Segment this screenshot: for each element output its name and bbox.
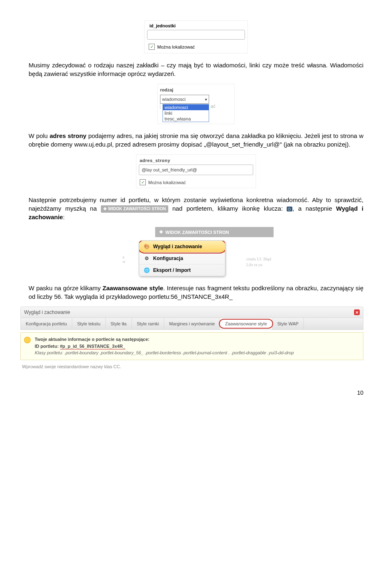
form-id-jednostki: id_jednostki ✓ Można lokalizować — [144, 20, 248, 53]
select-rodzaj[interactable]: wiadomosci ▾ — [160, 95, 209, 104]
tab-style-ramki[interactable]: Style ramki — [132, 318, 164, 329]
figure-adres-strony: adres_strony @lay out_set_friendly_url@ … — [29, 154, 363, 188]
input-adres-strony[interactable]: @lay out_set_friendly_url@ — [139, 165, 253, 175]
panel-titlebar: Wygląd i zachowanie ✕ — [20, 307, 363, 318]
tab-style-tla[interactable]: Style tła — [106, 318, 132, 329]
form-rodzaj: rodzaj wiadomosci ▾ [ wiadomosci linki t… — [157, 84, 235, 124]
background-text: aw — [122, 255, 125, 264]
menu-item-eksport-import[interactable]: 🌐 Eksport / Import — [139, 265, 225, 276]
label-rodzaj: rodzaj — [159, 86, 233, 94]
paragraph-4: W pasku na górze klikamy Zaawansowane st… — [29, 284, 363, 301]
page-number: 10 — [29, 377, 363, 396]
select-value: wiadomosci — [162, 97, 185, 102]
background-text: ortalu UJ. Błąd Life ra yu — [246, 256, 271, 268]
option-linki[interactable]: linki — [163, 110, 209, 116]
gear-icon: ⚙ — [143, 255, 150, 262]
wrench-icon — [287, 207, 292, 211]
context-menu: 🎨 Wygląd i zachowanie ⚙ Konfiguracja 🌐 E… — [139, 240, 225, 276]
paragraph-1: Musimy zdecydować o rodzaju naszej zakła… — [29, 61, 363, 78]
portlet-classes-text: Klasy portletu: .portlet-boundary .portl… — [35, 349, 358, 356]
label-id-jednostki: id_jednostki — [147, 23, 245, 28]
partial-text: ać — [211, 104, 216, 109]
dropdown-rodzaj[interactable]: wiadomosci linki tresc_wlasna — [163, 104, 209, 122]
checkbox-label: Można lokalizować — [157, 44, 195, 49]
figure-id-jednostki: id_jednostki ✓ Można lokalizować — [29, 20, 363, 53]
option-wiadomosci[interactable]: wiadomosci — [163, 105, 209, 110]
paragraph-3: Następnie potrzebujemy numer id portletu… — [29, 196, 363, 221]
tab-margines[interactable]: Margines i wyrównanie — [164, 318, 220, 329]
checkbox-mozna-lokalizowac-2[interactable]: ✓ — [140, 179, 146, 185]
input-id-jednostki[interactable] — [147, 30, 245, 40]
globe-icon: 🌐 — [143, 267, 150, 274]
info-panel: Twoje aktualne informacje o portlecie są… — [20, 332, 363, 360]
tab-zaawansowane-style[interactable]: Zaawansowane style — [220, 318, 272, 329]
tab-style-tekstu[interactable]: Style tekstu — [72, 318, 106, 329]
portlet-header[interactable]: ✥ WIDOK ZAWARTOŚCI STRON — [155, 227, 274, 237]
chevron-down-icon: ▾ — [205, 97, 207, 102]
lightbulb-icon — [24, 337, 31, 343]
figure-context-menu: ✥ WIDOK ZAWARTOŚCI STRON aw ortalu UJ. B… — [29, 227, 363, 276]
palette-icon: 🎨 — [143, 243, 150, 250]
checkbox-label-2: Można lokalizować — [148, 180, 186, 185]
label-adres-strony: adres_strony — [139, 157, 253, 165]
option-tresc-wlasna[interactable]: tresc_wlasna — [163, 116, 209, 122]
form-adres-strony: adres_strony @lay out_set_friendly_url@ … — [136, 154, 256, 188]
move-icon: ✥ — [159, 229, 163, 235]
panel-title: Wygląd i zachowanie — [24, 309, 70, 315]
tabs: Konfiguracja portletu Style tekstu Style… — [20, 318, 363, 330]
menu-item-konfiguracja[interactable]: ⚙ Konfiguracja — [139, 253, 225, 265]
tab-style-wap[interactable]: Style WAP — [272, 318, 304, 329]
checkbox-mozna-lokalizowac[interactable]: ✓ — [149, 44, 155, 50]
paragraph-2: W polu adres strony podajemy adres, na j… — [29, 131, 363, 149]
close-icon[interactable]: ✕ — [354, 309, 360, 315]
portlet-id-text: #p_p_id_56_INSTANCE_3x4R_ — [60, 344, 125, 349]
menu-item-wyglad[interactable]: 🎨 Wygląd i zachowanie — [139, 241, 225, 253]
move-icon: ✥ — [103, 206, 107, 212]
custom-classes-hint: Wprowadź swoje niestandardowe nazwy klas… — [20, 360, 363, 370]
figure-rodzaj: rodzaj wiadomosci ▾ [ wiadomosci linki t… — [29, 84, 363, 124]
tab-konfiguracja-portletu[interactable]: Konfiguracja portletu — [21, 318, 72, 329]
portlet-header-pill: ✥WIDOK ZAWARTOŚCI STRON — [101, 205, 168, 213]
figure-styles-panel: Wygląd i zachowanie ✕ Konfiguracja portl… — [20, 307, 363, 370]
